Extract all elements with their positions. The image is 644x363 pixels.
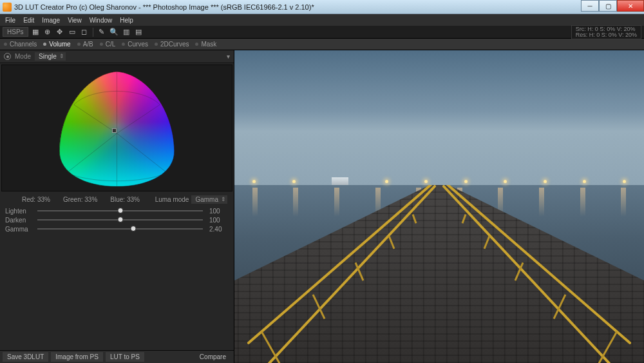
slider-label: Gamma bbox=[5, 226, 31, 233]
compare-button[interactable]: Compare bbox=[200, 353, 226, 360]
slider-track[interactable] bbox=[37, 228, 203, 230]
slider-thumb[interactable] bbox=[131, 226, 137, 231]
menu-window[interactable]: Window bbox=[90, 17, 113, 24]
tab-cl[interactable]: C/L bbox=[100, 41, 116, 48]
rgb-red-value: 33% bbox=[37, 196, 50, 203]
tab-dot-icon bbox=[195, 43, 198, 46]
colorspace-dropdown[interactable]: HSPs bbox=[3, 27, 28, 37]
svg-line-20 bbox=[484, 236, 489, 249]
panel-tabs: Channels Volume A/B C/L Curves 2DCurves … bbox=[0, 39, 644, 50]
window-controls: ─ ▢ ✕ bbox=[581, 0, 644, 12]
tool-icon-4[interactable]: ▭ bbox=[67, 27, 77, 37]
menu-file[interactable]: File bbox=[5, 17, 15, 24]
color-readout: Src: H: 0 S: 0% V: 20% Res: H: 0 S: 0% V… bbox=[571, 25, 641, 39]
maximize-button[interactable]: ▢ bbox=[599, 0, 617, 12]
svg-line-14 bbox=[599, 331, 617, 363]
luma-mode-dropdown[interactable]: Gamma bbox=[191, 195, 227, 204]
menu-view[interactable]: View bbox=[68, 17, 82, 24]
tool-icon-2[interactable]: ⊕ bbox=[43, 27, 53, 37]
pier-rails bbox=[234, 185, 644, 363]
menu-help[interactable]: Help bbox=[120, 17, 133, 24]
window-titlebar: 3D LUT Creator Pro (c) Oleg Sharonov - *… bbox=[0, 0, 644, 14]
tab-volume[interactable]: Volume bbox=[43, 41, 70, 48]
rgb-readout-row: Red: 33% Green: 33% Blue: 33% Luma mode … bbox=[0, 193, 234, 205]
slider-label: Lighten bbox=[5, 208, 31, 215]
tool-zoom-icon[interactable]: 🔍 bbox=[109, 27, 119, 37]
svg-line-13 bbox=[261, 331, 279, 363]
tab-2dcurves[interactable]: 2DCurves bbox=[155, 41, 189, 48]
slider-track[interactable] bbox=[37, 219, 203, 221]
image-from-ps-button[interactable]: Image from PS bbox=[51, 352, 103, 362]
color-picker-handle[interactable] bbox=[112, 128, 117, 133]
tab-curves[interactable]: Curves bbox=[122, 41, 148, 48]
slider-value: 100 bbox=[209, 208, 229, 215]
readout-res: Res: H: 0 S: 0% V: 20% bbox=[576, 32, 637, 38]
tool-icon-3[interactable]: ✥ bbox=[55, 27, 65, 37]
panel-menu-icon[interactable]: ▾ bbox=[227, 53, 230, 60]
preview-image bbox=[234, 50, 644, 363]
slider-track[interactable] bbox=[37, 210, 203, 211]
rgb-red-label: Red: bbox=[22, 196, 35, 203]
slider-darken: Darken 100 bbox=[5, 215, 229, 224]
sliders-group: Lighten 100 Darken 100 Gamma 2.40 bbox=[0, 205, 234, 237]
rgb-blue-value: 33% bbox=[127, 196, 140, 203]
svg-line-19 bbox=[389, 236, 394, 249]
reset-circle-icon[interactable] bbox=[4, 53, 11, 60]
tool-icon-1[interactable]: ▦ bbox=[30, 27, 41, 37]
toolbar-separator bbox=[93, 28, 93, 37]
tab-mask[interactable]: Mask bbox=[195, 41, 216, 48]
app-logo-icon bbox=[3, 3, 12, 12]
left-bottom-bar: Save 3DLUT Image from PS LUT to PS Compa… bbox=[0, 350, 234, 363]
save-3dlut-button[interactable]: Save 3DLUT bbox=[3, 352, 48, 362]
rgb-green-label: Green: bbox=[63, 196, 83, 203]
close-button[interactable]: ✕ bbox=[617, 0, 644, 12]
mode-label: Mode bbox=[15, 53, 31, 60]
svg-line-22 bbox=[462, 214, 466, 223]
tab-dot-icon bbox=[155, 43, 158, 46]
rgb-green-value: 33% bbox=[84, 196, 97, 203]
tab-channels[interactable]: Channels bbox=[4, 41, 37, 48]
window-title: 3D LUT Creator Pro (c) Oleg Sharonov - *… bbox=[14, 3, 314, 11]
slider-thumb[interactable] bbox=[117, 217, 123, 222]
tab-dot-icon bbox=[100, 43, 103, 46]
left-panel: Mode Single ▾ bbox=[0, 50, 234, 363]
slider-lighten: Lighten 100 bbox=[5, 206, 229, 215]
color-volume-shape bbox=[2, 65, 232, 191]
tool-icon-9[interactable]: ▤ bbox=[133, 27, 144, 37]
luma-mode-label: Luma mode bbox=[155, 196, 189, 203]
tab-ab[interactable]: A/B bbox=[77, 41, 93, 48]
svg-line-21 bbox=[413, 214, 416, 223]
lut-to-ps-button[interactable]: LUT to PS bbox=[106, 352, 144, 362]
color-volume-view[interactable] bbox=[1, 64, 232, 191]
menu-bar: File Edit Image View Window Help bbox=[0, 14, 644, 26]
tab-dot-icon bbox=[4, 43, 7, 46]
preview-pane[interactable] bbox=[234, 50, 644, 363]
tool-eyedropper-icon[interactable]: ✎ bbox=[97, 27, 107, 37]
slider-thumb[interactable] bbox=[117, 208, 123, 213]
minimize-button[interactable]: ─ bbox=[581, 0, 599, 12]
slider-label: Darken bbox=[5, 217, 31, 224]
slider-value: 100 bbox=[209, 217, 229, 224]
mode-row: Mode Single ▾ bbox=[0, 50, 234, 63]
preview-pier bbox=[234, 185, 644, 363]
menu-image[interactable]: Image bbox=[42, 17, 60, 24]
tab-dot-icon bbox=[122, 43, 125, 46]
tab-dot-icon bbox=[77, 43, 80, 46]
mode-dropdown[interactable]: Single bbox=[35, 52, 66, 61]
menu-edit[interactable]: Edit bbox=[23, 17, 34, 24]
toolbar: HSPs ▦ ⊕ ✥ ▭ ◻ ✎ 🔍 ▥ ▤ Src: H: 0 S: 0% V… bbox=[0, 26, 644, 39]
preview-sky bbox=[234, 50, 644, 185]
tab-dot-icon bbox=[43, 43, 46, 46]
slider-value: 2.40 bbox=[209, 226, 229, 233]
main-area: Mode Single ▾ bbox=[0, 50, 644, 363]
slider-gamma: Gamma 2.40 bbox=[5, 224, 229, 233]
tool-icon-8[interactable]: ▥ bbox=[121, 27, 131, 37]
tool-icon-5[interactable]: ◻ bbox=[79, 27, 90, 37]
rgb-blue-label: Blue: bbox=[110, 196, 125, 203]
